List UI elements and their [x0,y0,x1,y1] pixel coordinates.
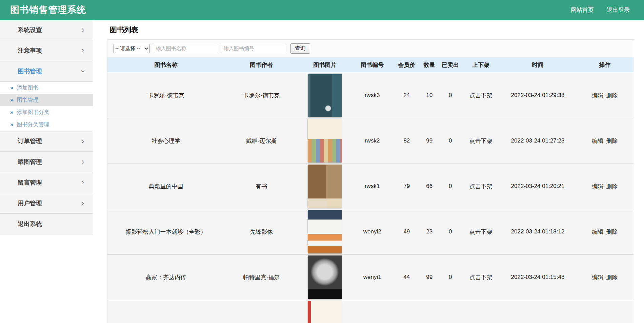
table-row: 赢家：齐达内传 帕特里克·福尔 wenyi1 44 99 0 点击下架 2022… [107,254,634,300]
delete-link[interactable]: 删除 [606,274,618,281]
sidebar-item-label: 用户管理 [18,199,42,207]
category-select[interactable]: -- 请选择 -- [114,44,149,53]
edit-link[interactable]: 编辑 [592,183,604,190]
book-sold: 0 [439,73,462,118]
col-header-operations: 操作 [576,57,634,73]
delete-link[interactable]: 删除 [606,138,618,144]
sidebar-item-user-management[interactable]: 用户管理 › [0,193,93,214]
book-sold [439,300,462,323]
book-price: 24 [393,73,420,118]
shelf-toggle-link[interactable]: 点击下架 [469,138,492,144]
double-arrow-icon: » [10,109,13,116]
book-cover-image [308,210,342,253]
sidebar-item-message-management[interactable]: 留言管理 › [0,172,93,193]
col-header-member-price: 会员价 [393,57,420,73]
sidebar-item-label: 订单管理 [18,137,42,145]
book-cover-image [308,74,342,117]
sidebar-subitem-book-management[interactable]: » 图书管理 [0,94,93,106]
book-qty: 23 [420,209,438,254]
book-cover-image [308,255,342,299]
book-name-input[interactable] [153,44,217,53]
logout-link[interactable]: 退出登录 [607,6,630,14]
book-code: rwsk1 [351,164,393,209]
app-title: 图书销售管理系统 [10,4,86,16]
edit-link[interactable]: 编辑 [592,138,604,144]
home-link[interactable]: 网站首页 [571,6,594,14]
sidebar-subitem-label: 图书分类管理 [17,121,49,128]
book-sold: 0 [439,254,462,300]
page-title: 图书列表 [110,25,644,35]
sidebar-subitem-add-book[interactable]: » 添加图书 [0,82,93,94]
book-name [107,300,224,323]
shelf-toggle-link[interactable]: 点击下架 [469,229,492,235]
sidebar-item-exit-system[interactable]: 退出系统 [0,214,93,234]
book-qty [420,300,438,323]
book-sold: 0 [439,118,462,164]
shelf-toggle-link[interactable]: 点击下架 [469,92,492,99]
book-price: 49 [393,209,420,254]
col-header-quantity: 数量 [420,57,438,73]
sidebar-item-notes[interactable]: 注意事项 › [0,40,93,61]
sidebar-item-book-management[interactable]: 图书管理 › [0,61,93,82]
col-header-shelf: 上下架 [462,57,500,73]
table-row: 摄影轻松入门一本就够（全彩） 先锋影像 wenyi2 49 23 0 点击下架 … [107,209,634,254]
book-price: 44 [393,254,420,300]
edit-link[interactable]: 编辑 [592,274,604,281]
book-code-input[interactable] [221,44,285,53]
sidebar-subitem-label: 图书管理 [17,97,38,104]
table-row [107,300,634,323]
edit-link[interactable]: 编辑 [592,229,604,235]
chevron-right-icon: › [82,26,84,34]
sidebar-item-system-settings[interactable]: 系统设置 › [0,20,93,40]
book-price: 82 [393,118,420,164]
book-name: 赢家：齐达内传 [107,254,224,300]
sidebar-subitem-label: 添加图书 [17,84,38,92]
book-time: 2022-03-24 01:20:21 [500,164,576,209]
book-time: 2022-03-24 01:27:23 [500,118,576,164]
book-sold: 0 [439,209,462,254]
book-author: 帕特里克·福尔 [224,254,299,300]
book-name: 卡罗尔·德韦克 [107,73,224,118]
sidebar-subitem-book-category-management[interactable]: » 图书分类管理 [0,118,93,131]
shelf-toggle-link[interactable]: 点击下架 [469,274,492,281]
delete-link[interactable]: 删除 [606,229,618,235]
double-arrow-icon: » [10,121,13,128]
book-code: wenyi1 [351,254,393,300]
shelf-toggle-link[interactable]: 点击下架 [469,183,492,190]
book-table: 图书名称 图书作者 图书图片 图书编号 会员价 数量 已卖出 上下架 时间 操作… [107,57,634,323]
book-author: 有书 [224,164,299,209]
sidebar-item-order-management[interactable]: 订单管理 › [0,131,93,152]
chevron-right-icon: › [82,179,84,186]
chevron-right-icon: › [82,200,84,207]
sidebar-subitem-add-book-category[interactable]: » 添加图书分类 [0,106,93,118]
col-header-book-code: 图书编号 [351,57,393,73]
sidebar-item-label: 系统设置 [18,26,42,34]
sidebar: 系统设置 › 注意事项 › 图书管理 › » 添加图书 » 图书管理 » 添加图… [0,20,93,323]
book-qty: 99 [420,118,438,164]
sidebar-subitem-label: 添加图书分类 [17,109,49,116]
delete-link[interactable]: 删除 [606,92,618,99]
book-author: 戴维·迈尔斯 [224,118,299,164]
delete-link[interactable]: 删除 [606,183,618,190]
chevron-down-icon: › [79,70,86,72]
sidebar-item-photo-management[interactable]: 晒图管理 › [0,152,93,172]
chevron-right-icon: › [82,47,84,54]
book-code: rwsk3 [351,73,393,118]
book-time: 2022-03-24 01:15:48 [500,254,576,300]
book-cover-image [308,165,342,208]
col-header-time: 时间 [500,57,576,73]
query-button[interactable]: 查询 [290,43,310,54]
chevron-right-icon: › [82,137,84,145]
book-list-panel: -- 请选择 -- 查询 图书名称 图书作者 图书图片 图书编号 会员价 数量 … [107,39,634,323]
table-row: 典籍里的中国 有书 rwsk1 79 66 0 点击下架 2022-03-24 … [107,164,634,209]
book-qty: 99 [420,254,438,300]
col-header-book-name: 图书名称 [107,57,224,73]
book-price [393,300,420,323]
search-bar: -- 请选择 -- 查询 [107,40,634,57]
app-header: 图书销售管理系统 网站首页 退出登录 [0,0,644,20]
book-code: rwsk2 [351,118,393,164]
sidebar-item-label: 退出系统 [18,220,42,228]
book-qty: 66 [420,164,438,209]
book-code [351,300,393,323]
edit-link[interactable]: 编辑 [592,92,604,99]
